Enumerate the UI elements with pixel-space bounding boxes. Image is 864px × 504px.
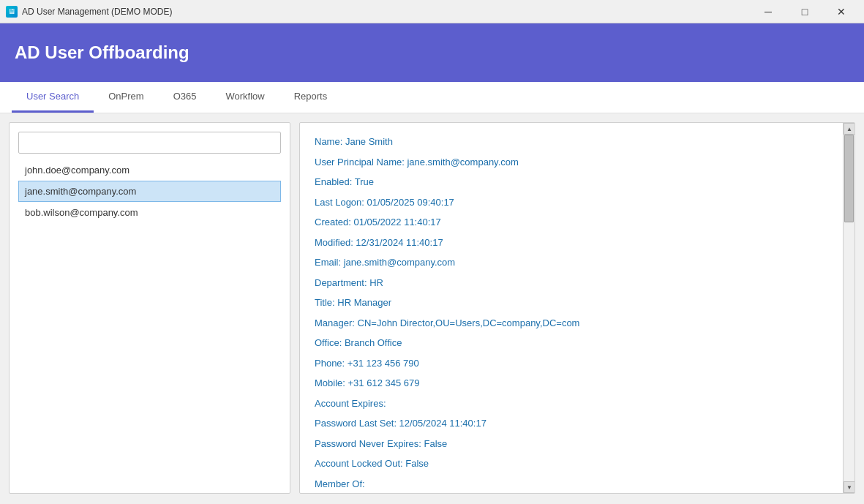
minimize-button[interactable]: ─ [751, 1, 785, 22]
detail-locked-out: Account Locked Out: False [315, 456, 828, 471]
scrollbar-down-button[interactable]: ▼ [844, 481, 855, 493]
tab-user-search[interactable]: User Search [12, 82, 94, 113]
user-list: john.doe@company.com jane.smith@company.… [18, 159, 281, 223]
detail-office: Office: Branch Office [315, 336, 828, 350]
close-button[interactable]: ✕ [824, 1, 858, 22]
detail-mobile: Mobile: +31 612 345 679 [315, 376, 828, 391]
window-title: AD User Management (DEMO MODE) [22, 7, 172, 17]
detail-member-of: Member Of: [315, 477, 828, 492]
user-item[interactable]: bob.wilson@company.com [18, 202, 281, 223]
detail-department: Department: HR [315, 276, 828, 290]
detail-title: Title: HR Manager [315, 296, 828, 310]
right-panel: Name: Jane Smith User Principal Name: ja… [299, 122, 855, 494]
detail-phone: Phone: +31 123 456 790 [315, 356, 828, 371]
left-panel: john.doe@company.com jane.smith@company.… [9, 122, 290, 494]
tabs-bar: User Search OnPrem O365 Workflow Reports [0, 82, 864, 113]
main-content: john.doe@company.com jane.smith@company.… [0, 113, 864, 503]
detail-created: Created: 01/05/2022 11:40:17 [315, 215, 828, 230]
detail-pwd-lastset: Password Last Set: 12/05/2024 11:40:17 [315, 416, 828, 431]
window-controls: ─ □ ✕ [751, 1, 858, 22]
app-title: AD User Offboarding [15, 42, 189, 63]
scrollbar-thumb[interactable] [844, 135, 854, 222]
tab-o365[interactable]: O365 [159, 82, 211, 113]
scrollbar-up-button[interactable]: ▲ [844, 123, 855, 135]
title-bar-left: 🖥 AD User Management (DEMO MODE) [6, 6, 172, 18]
search-input[interactable] [18, 132, 281, 154]
user-item-selected[interactable]: jane.smith@company.com [18, 181, 281, 202]
detail-lastlogon: Last Logon: 01/05/2025 09:40:17 [315, 195, 828, 210]
app-header: AD User Offboarding [0, 23, 864, 82]
tab-reports[interactable]: Reports [279, 82, 342, 113]
detail-pwd-never-expires: Password Never Expires: False [315, 437, 828, 451]
maximize-button[interactable]: □ [788, 1, 822, 22]
app-icon: 🖥 [6, 6, 18, 18]
tab-workflow[interactable]: Workflow [211, 82, 279, 113]
detail-email: Email: jane.smith@company.com [315, 255, 828, 270]
tab-onprem[interactable]: OnPrem [94, 82, 158, 113]
user-item[interactable]: john.doe@company.com [18, 159, 281, 181]
detail-account-expires: Account Expires: [315, 396, 828, 411]
detail-enabled: Enabled: True [315, 175, 828, 189]
scrollbar-track[interactable] [844, 135, 854, 481]
detail-manager: Manager: CN=John Director,OU=Users,DC=co… [315, 316, 828, 331]
detail-name: Name: Jane Smith [315, 135, 828, 149]
detail-upn: User Principal Name: jane.smith@company.… [315, 155, 828, 170]
title-bar: 🖥 AD User Management (DEMO MODE) ─ □ ✕ [0, 0, 864, 23]
scrollbar[interactable]: ▲ ▼ [843, 123, 854, 493]
detail-modified: Modified: 12/31/2024 11:40:17 [315, 236, 828, 250]
details-scroll[interactable]: Name: Jane Smith User Principal Name: ja… [300, 123, 843, 493]
